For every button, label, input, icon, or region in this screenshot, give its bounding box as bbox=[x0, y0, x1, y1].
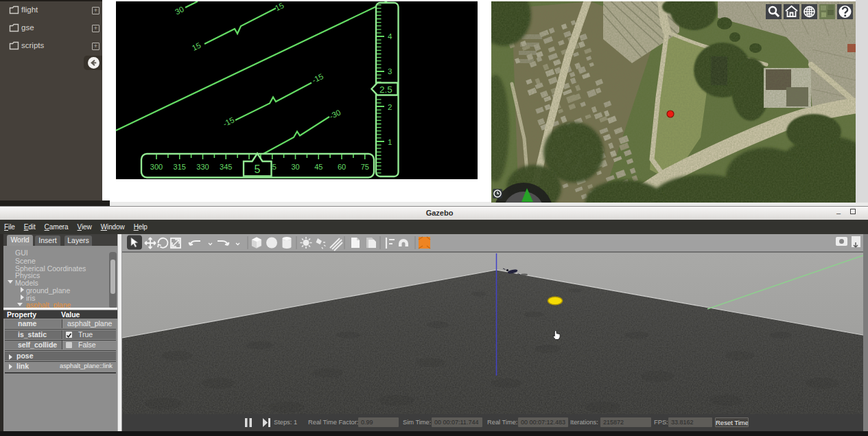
svg-text:2.5: 2.5 bbox=[379, 84, 392, 95]
svg-text:60: 60 bbox=[338, 163, 346, 171]
svg-text:45: 45 bbox=[314, 163, 322, 171]
svg-text:300: 300 bbox=[150, 163, 163, 171]
svg-text:75: 75 bbox=[361, 163, 369, 171]
svg-text:345: 345 bbox=[220, 163, 232, 171]
svg-text:330: 330 bbox=[196, 163, 209, 171]
svg-text:4: 4 bbox=[388, 32, 392, 41]
svg-text:2: 2 bbox=[388, 103, 392, 111]
svg-text:5: 5 bbox=[255, 163, 261, 175]
svg-text:3: 3 bbox=[388, 67, 392, 76]
svg-text:315: 315 bbox=[174, 163, 186, 171]
svg-text:1: 1 bbox=[388, 138, 392, 146]
svg-text:30: 30 bbox=[291, 163, 299, 171]
